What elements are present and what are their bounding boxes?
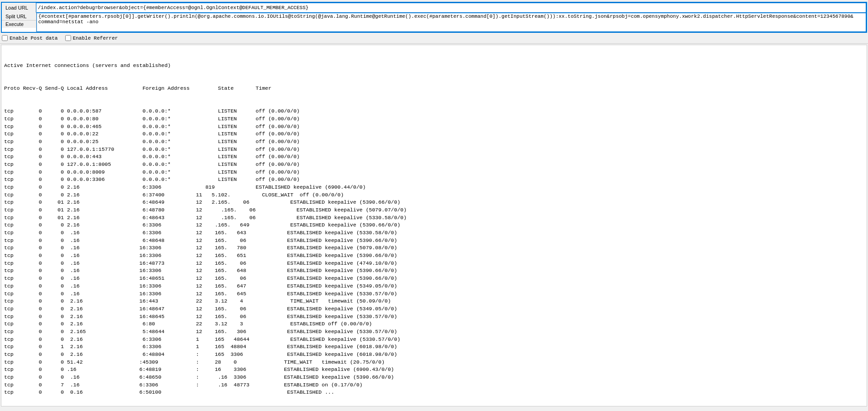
table-row: tcp 0 0 127.0.0.1:15770 0.0.0.0:* LISTEN… [4,146,864,154]
table-row: tcp 0 0 0.0.0.0:25 0.0.0.0:* LISTEN off … [4,138,864,146]
split-url-row: Split URL Execute {#context[#parameters.… [2,13,866,32]
table-row: tcp 0 0 2.16 16:48647 12 165. 06 ESTABLI… [4,305,864,313]
table-row: tcp 0 0 .16 6:3306 12 165. 643 ESTABLISH… [4,229,864,237]
enable-post-data-label[interactable]: Enable Post data [2,35,58,41]
table-row: tcp 0 0 .16 16:3306 12 165. 780 ESTABLIS… [4,244,864,252]
enable-referrer-checkbox[interactable] [65,35,71,41]
table-row: tcp 0 0 127.0.0.1:8005 0.0.0.0:* LISTEN … [4,161,864,169]
post-data-textarea[interactable]: {#context[#parameters.rpsobj[0]].getWrit… [36,13,866,32]
table-row: tcp 0 0 .16 6:48819 : 16 3306 ESTABLISHE… [4,366,864,374]
table-row: tcp 0 0 2.16 6:3306 12 .165. 649 ESTABLI… [4,221,864,229]
execute-button[interactable]: Execute [2,21,36,28]
table-row: tcp 0 0 2.16 6:37400 11 5.102. CLOSE_WAI… [4,191,864,199]
table-row: tcp 0 0 0.0.0.0:587 0.0.0.0:* LISTEN off… [4,108,864,115]
output-title: Active Internet connections (servers and… [4,62,864,70]
table-row: tcp 0 0 2.16 6:80 22 3.12 3 ESTABLISHED … [4,320,864,328]
table-row: tcp 0 0 .16 16:48773 12 165. 06 ESTABLIS… [4,260,864,267]
table-row: tcp 0 0 .16 6:48650 : .16 3306 ESTABLISH… [4,374,864,381]
input-area: Load URL Split URL Execute {#context[#pa… [1,2,867,33]
table-row: tcp 0 0 .16 16:48651 12 165. 06 ESTABLIS… [4,275,864,283]
table-row: tcp 0 0 0.0.0.0:3306 0.0.0.0:* LISTEN of… [4,176,864,184]
table-row: tcp 0 0 .16 16:3306 12 165. 651 ESTABLIS… [4,252,864,260]
enable-referrer-label[interactable]: Enable Referrer [65,35,118,41]
table-row: tcp 0 0 .16 6:48648 12 165. 06 ESTABLISH… [4,237,864,245]
table-row: tcp 0 0 2.165 5:48644 12 165. 306 ESTABL… [4,328,864,336]
split-url-button[interactable]: Split URL [2,13,36,21]
table-row: tcp 0 0 2.16 16:48645 12 165. 06 ESTABLI… [4,313,864,321]
enable-post-data-text: Enable Post data [10,36,58,41]
table-row: tcp 0 7 .16 6:3306 : .16 48773 ESTABLISH… [4,381,864,389]
output-lines-container: tcp 0 0 0.0.0.0:587 0.0.0.0:* LISTEN off… [4,108,864,396]
table-row: tcp 0 0 0.0.0.0:8009 0.0.0.0:* LISTEN of… [4,169,864,176]
output-header: Proto Recv-Q Send-Q Local Address Foreig… [4,85,864,92]
table-row: tcp 0 0 2.16 16:443 22 3.12 4 TIME_WAIT … [4,298,864,305]
table-row: tcp 0 0 0.16 6:50100 ESTABLISHED ... [4,389,864,396]
load-url-button[interactable]: Load URL [2,3,36,13]
url-input[interactable] [36,3,866,13]
toolbar: Load URL Split URL Execute {#context[#pa… [0,0,868,44]
table-row: tcp 0 0 0.0.0.0:80 0.0.0.0:* LISTEN off … [4,115,864,123]
table-row: tcp 0 1 2.16 6:3306 1 165 48804 ESTABLIS… [4,343,864,351]
table-row: tcp 0 0 2.16 6:3306 819 ESTABLISHED keep… [4,184,864,191]
table-row: tcp 0 0 .16 16:3306 12 165. 647 ESTABLIS… [4,283,864,290]
table-row: tcp 0 0 .16 16:3306 12 165. 645 ESTABLIS… [4,290,864,298]
table-row: tcp 0 01 2.16 6:48780 12 .165. 06 ESTABL… [4,206,864,214]
table-row: tcp 0 0 2.16 6:3306 1 165 48644 ESTABLIS… [4,336,864,344]
enable-referrer-text: Enable Referrer [73,36,118,41]
table-row: tcp 0 0 0.0.0.0:465 0.0.0.0:* LISTEN off… [4,123,864,131]
load-url-row: Load URL [2,3,866,13]
enable-post-data-checkbox[interactable] [2,35,8,41]
table-row: tcp 0 01 2.16 6:48643 12 .165. 06 ESTABL… [4,214,864,222]
table-row: tcp 0 0 0.0.0.0:22 0.0.0.0:* LISTEN off … [4,130,864,138]
table-row: tcp 0 0 0.0.0.0:443 0.0.0.0:* LISTEN off… [4,153,864,161]
checkboxes-row: Enable Post data Enable Referrer [0,34,868,42]
table-row: tcp 0 0 .16 16:3306 12 165. 648 ESTABLIS… [4,267,864,275]
table-row: tcp 0 01 2.16 6:48649 12 2.165. 06 ESTAB… [4,199,864,206]
output-area: Active Internet connections (servers and… [1,45,867,406]
table-row: tcp 0 0 51.42 :45309 : 28 0 TIME_WAIT ti… [4,359,864,366]
table-row: tcp 0 0 2.16 6:48804 : 165 3306 ESTABLIS… [4,351,864,359]
